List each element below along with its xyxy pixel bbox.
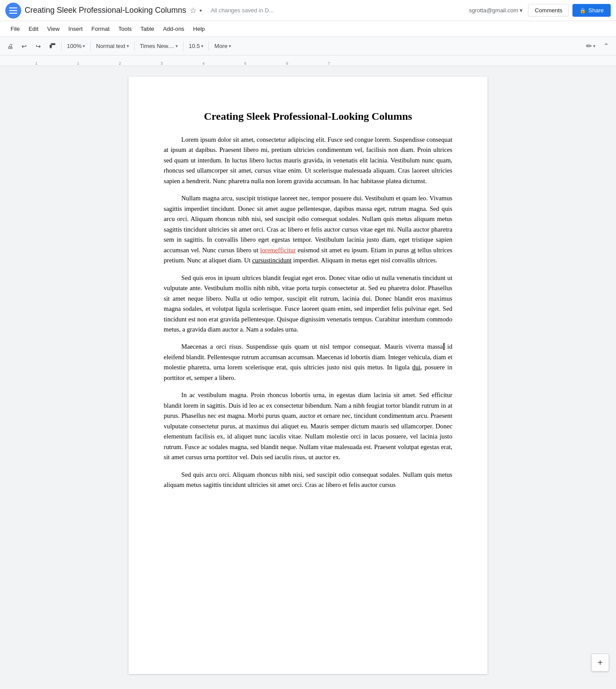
more-dropdown[interactable]: More ▾ <box>211 41 234 51</box>
word-dui: dui <box>412 364 421 371</box>
menu-table[interactable]: Table <box>137 24 158 34</box>
collapse-toolbar-button[interactable]: ⌃ <box>599 40 612 53</box>
pen-arrow-icon: ▾ <box>593 44 595 48</box>
ruler-label-1: 1 <box>77 61 79 66</box>
paragraph-2[interactable]: Nullam magna arcu, suscipit tristique la… <box>164 193 452 265</box>
menu-edit[interactable]: Edit <box>25 24 42 34</box>
separator-2 <box>90 41 91 51</box>
paragraph-6[interactable]: Sed quis arcu orci. Aliquam rhoncus nibh… <box>164 470 452 490</box>
link-loremefficitur[interactable]: loremefficitur <box>260 247 296 254</box>
zoom-value: 100% <box>67 43 81 49</box>
style-dropdown[interactable]: Normal text ▾ <box>93 41 132 51</box>
folder-icon[interactable]: ▪ <box>199 7 202 15</box>
print-button[interactable]: 🖨 <box>4 40 17 53</box>
size-dropdown[interactable]: 10.5 ▾ <box>186 41 206 51</box>
more-arrow-icon: ▾ <box>229 44 231 48</box>
comments-button[interactable]: Comments <box>528 4 569 17</box>
nav-button[interactable]: + <box>591 654 609 671</box>
menu-insert[interactable]: Insert <box>65 24 86 34</box>
menu-format[interactable]: Format <box>88 24 113 34</box>
lock-icon: 🔒 <box>579 7 586 14</box>
size-value: 10.5 <box>189 43 200 49</box>
ruler-inner: 1 1 2 3 4 5 6 7 <box>35 55 581 66</box>
undo-button[interactable]: ↩ <box>18 40 31 53</box>
ruler-label-6: 6 <box>286 61 288 66</box>
document-heading: Creating Sleek Professional-Looking Colu… <box>164 108 452 124</box>
separator-5 <box>209 41 209 51</box>
ruler-label-3: 3 <box>161 61 163 66</box>
font-arrow-icon: ▾ <box>176 44 178 48</box>
format-paint-button[interactable] <box>46 40 59 53</box>
pen-dropdown[interactable]: ✏ ▾ <box>583 40 598 52</box>
hamburger-icon[interactable] <box>5 3 21 18</box>
style-value: Normal text <box>96 43 125 49</box>
share-label: Share <box>588 7 604 14</box>
user-email[interactable]: sgrotta@gmail.com ▾ <box>469 7 523 14</box>
document-title[interactable]: Creating Sleek Professional-Looking Colu… <box>25 6 186 15</box>
paragraph-1[interactable]: Lorem ipsum dolor sit amet, consectetur … <box>164 135 452 186</box>
word-cursustincidunt: cursustincidunt <box>252 257 292 264</box>
size-arrow-icon: ▾ <box>201 44 203 48</box>
pen-area: ✏ ▾ ⌃ <box>583 40 612 53</box>
document-area: Creating Sleek Professional-Looking Colu… <box>0 66 616 685</box>
pen-icon: ✏ <box>586 42 592 50</box>
separator-1 <box>61 41 62 51</box>
ruler-label-7: 7 <box>328 61 330 66</box>
autosave-status: All changes saved in D... <box>211 7 274 14</box>
star-icon[interactable]: ☆ <box>190 6 197 15</box>
menu-bar: File Edit View Insert Format Tools Table… <box>0 21 616 37</box>
more-label: More <box>214 43 227 49</box>
toolbar: 🖨 ↩ ↪ 100% ▾ Normal text ▾ Times New....… <box>0 37 616 55</box>
ruler-label-start: 1 <box>35 61 37 66</box>
separator-4 <box>183 41 183 51</box>
document-page[interactable]: Creating Sleek Professional-Looking Colu… <box>128 77 488 674</box>
menu-file[interactable]: File <box>7 24 23 34</box>
paragraph-4[interactable]: Maecenas a orci risus. Suspendisse quis … <box>164 342 452 383</box>
ruler-label-4: 4 <box>202 61 205 66</box>
menu-view[interactable]: View <box>44 24 63 34</box>
separator-3 <box>134 41 135 51</box>
top-bar: Creating Sleek Professional-Looking Colu… <box>0 0 616 21</box>
zoom-dropdown[interactable]: 100% ▾ <box>64 41 88 51</box>
ruler-label-2: 2 <box>119 61 121 66</box>
share-button[interactable]: 🔒 Share <box>572 4 611 17</box>
style-arrow-icon: ▾ <box>127 44 129 48</box>
cursor <box>444 343 444 350</box>
ruler: 1 1 2 3 4 5 6 7 <box>0 55 616 66</box>
menu-tools[interactable]: Tools <box>115 24 135 34</box>
paragraph-5[interactable]: In ac vestibulum magna. Proin rhoncus lo… <box>164 390 452 462</box>
zoom-arrow-icon: ▾ <box>83 44 85 48</box>
word-at: at <box>411 247 416 254</box>
redo-button[interactable]: ↪ <box>32 40 45 53</box>
nav-icon: + <box>598 658 603 668</box>
menu-help[interactable]: Help <box>190 24 209 34</box>
font-value: Times New.... <box>140 43 174 49</box>
ruler-label-5: 5 <box>244 61 246 66</box>
menu-addons[interactable]: Add-ons <box>159 24 187 34</box>
font-dropdown[interactable]: Times New.... ▾ <box>137 41 181 51</box>
paragraph-3[interactable]: Sed quis eros in ipsum ultrices blandit … <box>164 273 452 335</box>
